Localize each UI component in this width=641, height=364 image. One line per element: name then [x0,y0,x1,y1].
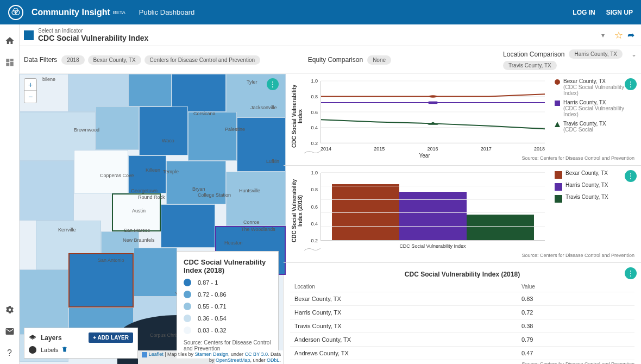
line-source: Source: Centers for Disease Control and … [290,154,634,163]
bar-source: Source: Centers for Disease Control and … [290,252,634,260]
filter-chip[interactable]: 2018 [61,55,84,65]
osm-link[interactable]: OpenStreetMap [216,357,250,363]
side-nav: ? [0,24,20,364]
line-legend: Bexar County, TX(CDC Social Vulnerabilit… [550,78,634,154]
line-ylabel: CDC Social Vulnerability Index [290,78,304,154]
equity-chip[interactable]: None [367,55,391,65]
map-legend: CDC Social Vulnerability Index (2018) 0.… [177,251,279,359]
legend-item: 0.55 - 0.71 [184,303,272,310]
bar-chart-block: ⋮ CDC Social Vulnerability Index (2018) … [284,166,641,263]
bar-ylabel: CDC Social Vulnerability Index (2018) [290,170,304,252]
layers-label: Layers [41,334,89,342]
trash-icon[interactable] [61,346,68,354]
settings-icon[interactable] [4,304,15,315]
mail-icon[interactable] [4,326,15,337]
location-label: Location Comparison [503,51,564,58]
equity-label: Equity Comparison [308,56,363,64]
bar-plot[interactable]: 1.00.80.60.40.2 CDC Social Vulnerability… [304,170,545,252]
legend-item: 0.72 - 0.86 [184,291,272,298]
svg-point-13 [429,95,437,98]
zoom-control: + − [24,78,37,103]
filter-chip[interactable]: Bexar County, TX [88,55,141,65]
chart-menu-button[interactable]: ⋮ [625,170,637,182]
home-icon[interactable] [4,35,15,46]
svg-rect-4 [10,59,13,61]
login-link[interactable]: LOG IN [573,9,595,16]
data-filters-label: Data Filters [24,56,57,64]
legend-entry: Bexar County, TX(CDC Social Vulnerabilit… [555,78,634,96]
indicator-label: Select an indicator [38,28,601,34]
svg-rect-5 [10,62,13,66]
table-source: Source: Centers for Disease Control and … [290,360,634,364]
chart-menu-button[interactable]: ⋮ [625,267,637,279]
bar [467,215,534,240]
signup-link[interactable]: SIGN UP [606,9,633,16]
filter-chip[interactable]: Centers for Disease Control and Preventi… [144,55,260,65]
table-row[interactable]: Bexar County, TX0.83 [290,292,634,306]
table-row[interactable]: Harris County, TX0.72 [290,306,634,319]
indicator-selector[interactable]: Select an indicator CDC Social Vulnerabi… [20,24,641,46]
bar-legend: Bexar County, TXHarris County, TXTravis … [550,170,634,252]
expand-icon[interactable]: ⌄ [631,51,637,58]
layers-icon [29,334,36,342]
table-row[interactable]: Andrews County, TX0.47 [290,347,634,360]
filters-row: Data Filters 2018 Bexar County, TX Cente… [20,46,641,74]
zoom-out-button[interactable]: − [24,91,36,103]
labels-label: Labels [41,347,58,353]
charts-panel: ⋮ CDC Social Vulnerability Index 1.00.80… [284,74,641,364]
svg-rect-3 [6,59,9,62]
table-row[interactable]: Travis County, TX0.38 [290,319,634,333]
svg-rect-14 [429,102,437,104]
legend-entry: Bexar County, TX [555,170,634,179]
chevron-down-icon[interactable]: ▾ [601,32,605,39]
legend-entry: Travis County, TX [555,194,634,203]
app-title: Community Insight [32,8,110,17]
table-title: CDC Social Vulnerability Index (2018) [290,267,634,281]
legend-source: Source: Centers for Disease Control and … [184,340,272,352]
line-chart-block: ⋮ CDC Social Vulnerability Index 1.00.80… [284,74,641,166]
legend-title: CDC Social Vulnerability Index (2018) [184,258,272,274]
svg-rect-6 [6,63,9,66]
map-panel[interactable]: bileneTylerCorsicanaJacksonvilleBrownwoo… [20,74,284,364]
legend-item: 0.36 - 0.54 [184,315,272,322]
line-plot[interactable]: 1.00.80.60.40.2 20142015201620172018 Yea… [304,78,545,154]
share-icon[interactable]: ➦ [627,30,634,40]
legend-item: 0.03 - 0.32 [184,327,272,334]
legend-entry: Harris County, TX(CDC Social Vulnerabili… [555,99,634,117]
stamen-link[interactable]: Stamen Design [195,352,229,357]
location-chip[interactable]: Travis County, TX [503,61,557,70]
top-bar: Community Insight BETA Public Dashboard … [0,0,641,24]
add-layer-button[interactable]: + ADD LAYER [89,332,133,343]
odbl-link[interactable]: ODbL [267,357,280,363]
layers-panel: Layers + ADD LAYER Labels [24,328,138,359]
help-icon[interactable]: ? [4,348,15,359]
app-logo[interactable] [8,5,23,20]
map-attribution: Leaflet | Map tiles by Stamen Design, un… [138,350,283,364]
map-menu-button[interactable]: ⋮ [267,78,279,90]
table-header: Location Value [290,281,634,292]
line-xlabel: Year [419,153,430,159]
legend-entry: Harris County, TX [555,182,634,191]
indicator-value: CDC Social Vulnerability Index [38,34,601,42]
beta-badge: BETA [113,10,125,15]
location-chip[interactable]: Harris County, TX [569,49,623,59]
cc-link[interactable]: CC BY 3.0 [245,352,268,357]
legend-entry: Travis County, TX(CDC Social [555,121,634,133]
zoom-in-button[interactable]: + [24,79,36,91]
table-row[interactable]: Anderson County, TX0.79 [290,333,634,347]
dashboard-icon[interactable] [4,57,15,68]
page-subtitle: Public Dashboard [139,8,195,16]
chart-menu-button[interactable]: ⋮ [625,78,637,90]
legend-item: 0.87 - 1 [184,279,272,286]
table-block: ⋮ CDC Social Vulnerability Index (2018) … [284,263,641,364]
indicator-icon [24,30,34,40]
svg-rect-7 [142,352,147,357]
star-icon[interactable]: ☆ [614,29,623,41]
circle-icon [29,346,36,354]
leaflet-link[interactable]: Leaflet [149,352,164,357]
